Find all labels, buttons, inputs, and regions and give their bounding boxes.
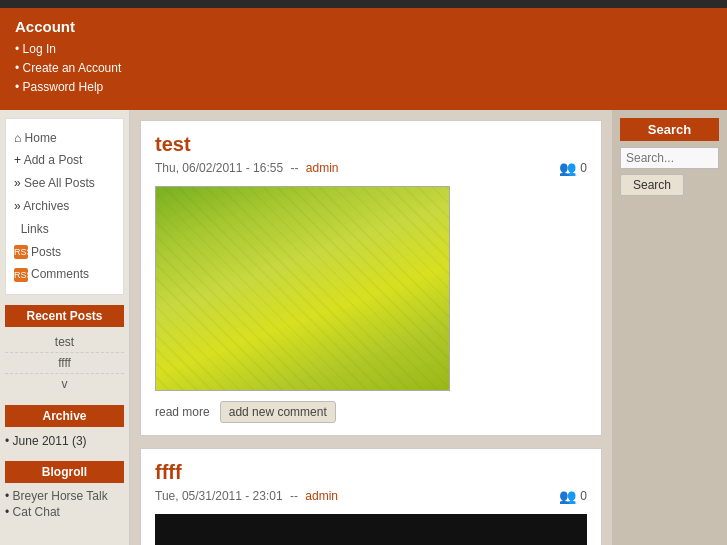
recent-post-v[interactable]: v — [5, 374, 124, 394]
post-author-test[interactable]: admin — [306, 161, 339, 175]
post-actions-test: read more add new comment — [155, 401, 587, 423]
post-image-test — [155, 186, 450, 391]
post-meta-test: Thu, 06/02/2011 - 16:55 -- admin 👥 0 — [155, 160, 587, 176]
blogroll-item-breyer[interactable]: Breyer Horse Talk — [5, 488, 124, 504]
content-area: test Thu, 06/02/2011 - 16:55 -- admin 👥 … — [130, 110, 612, 545]
read-more-test[interactable]: read more — [155, 405, 210, 419]
rss-comments-icon: RSS — [14, 268, 28, 282]
post-card-test: test Thu, 06/02/2011 - 16:55 -- admin 👥 … — [140, 120, 602, 436]
add-comment-test[interactable]: add new comment — [220, 401, 336, 423]
post-title-ffff: ffff — [155, 461, 587, 484]
main-wrapper: Home Add a Post See All Posts Archives L… — [0, 110, 727, 545]
recent-post-ffff[interactable]: ffff — [5, 353, 124, 374]
account-nav-item-password[interactable]: Password Help — [15, 78, 712, 97]
sidebar-item-comments-rss[interactable]: RSSComments — [14, 263, 115, 286]
sidebar-item-links[interactable]: Links — [14, 218, 115, 241]
home-icon — [14, 131, 25, 145]
post-image-ffff — [155, 514, 587, 545]
recent-post-test[interactable]: test — [5, 332, 124, 353]
post-date-ffff: Tue, 05/31/2011 - 23:01 — [155, 489, 283, 503]
post-meta-ffff: Tue, 05/31/2011 - 23:01 -- admin 👥 0 — [155, 488, 587, 504]
blogroll-title: Blogroll — [5, 461, 124, 483]
recent-posts-list: test ffff v — [0, 332, 129, 399]
login-link[interactable]: Log In — [23, 42, 56, 56]
account-nav-item-create[interactable]: Create an Account — [15, 59, 712, 78]
post-author-ffff[interactable]: admin — [305, 489, 338, 503]
right-sidebar: Search Search — [612, 110, 727, 545]
plus-icon — [14, 153, 24, 167]
sidebar-item-posts-rss[interactable]: RSSPosts — [14, 241, 115, 264]
post-title-test: test — [155, 133, 587, 156]
sidebar-item-see-all-posts[interactable]: See All Posts — [14, 172, 115, 195]
archive-item-june-2011[interactable]: June 2011 (3) — [5, 432, 124, 450]
account-nav: Log In Create an Account Password Help — [15, 40, 712, 98]
sidebar-nav: Home Add a Post See All Posts Archives L… — [5, 118, 124, 296]
green-texture-image — [156, 187, 449, 390]
arrow-icon-posts — [14, 176, 24, 190]
blogroll-list: Breyer Horse Talk Cat Chat — [0, 488, 129, 525]
top-bar — [0, 0, 727, 8]
arrow-icon-archives — [14, 199, 23, 213]
comment-icon-ffff: 👥 — [559, 488, 576, 504]
password-help-link[interactable]: Password Help — [23, 80, 104, 94]
comment-count-value-ffff: 0 — [580, 489, 587, 503]
create-account-link[interactable]: Create an Account — [23, 61, 122, 75]
search-input[interactable] — [620, 147, 719, 169]
archive-list: June 2011 (3) — [0, 432, 129, 455]
comment-icon-test: 👥 — [559, 160, 576, 176]
account-nav-item-login[interactable]: Log In — [15, 40, 712, 59]
blogroll-item-cat-chat[interactable]: Cat Chat — [5, 504, 124, 520]
search-section-title: Search — [620, 118, 719, 141]
sidebar-item-home[interactable]: Home — [14, 127, 115, 150]
post-meta-separator-2: -- — [287, 489, 302, 503]
recent-posts-title: Recent Posts — [5, 305, 124, 327]
post-date-test: Thu, 06/02/2011 - 16:55 — [155, 161, 283, 175]
post-card-ffff: ffff Tue, 05/31/2011 - 23:01 -- admin 👥 … — [140, 448, 602, 545]
archive-title: Archive — [5, 405, 124, 427]
rss-posts-icon: RSS — [14, 245, 28, 259]
post-comment-count-test: 👥 0 — [559, 160, 587, 176]
post-meta-separator: -- — [287, 161, 302, 175]
comment-count-value-test: 0 — [580, 161, 587, 175]
sidebar-item-archives[interactable]: Archives — [14, 195, 115, 218]
account-title: Account — [15, 18, 712, 35]
post-comment-count-ffff: 👥 0 — [559, 488, 587, 504]
sidebar-item-add-post[interactable]: Add a Post — [14, 149, 115, 172]
left-sidebar: Home Add a Post See All Posts Archives L… — [0, 110, 130, 545]
account-header: Account Log In Create an Account Passwor… — [0, 8, 727, 110]
search-button[interactable]: Search — [620, 174, 684, 196]
